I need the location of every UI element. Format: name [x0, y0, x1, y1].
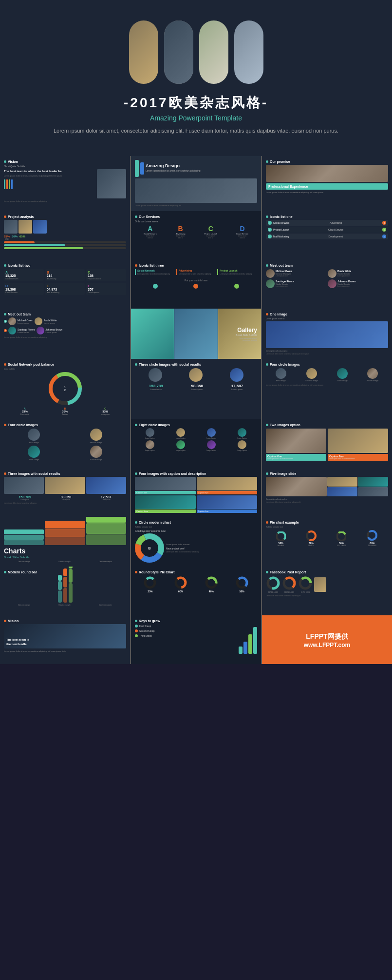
dot23: [135, 571, 137, 573]
slide-social: Social Network post balance Quite subtit…: [0, 359, 130, 419]
fc2-img1: [28, 429, 40, 441]
oneimage-title: One image: [266, 313, 388, 316]
fb-svg3: [298, 576, 313, 590]
ti-col1: Caption One Lorem ipsum dolor sit amet c…: [266, 429, 326, 461]
row-8: Charts Break Slide Subtitle Data one exa…: [0, 517, 392, 567]
lfppt-content: LFPPT网提供 www.LFPPT.com: [304, 631, 351, 648]
it2-b: B 214 Advertising: [45, 269, 85, 281]
ec-6: Image Caption: [166, 440, 195, 451]
dot24: [266, 571, 268, 573]
dot8: [266, 264, 268, 267]
piechart-sub: Subtitle sample text: [266, 526, 388, 528]
dot13: [266, 363, 268, 366]
vision-micro: Lorem ipsum dolor sit amet, consectetur …: [4, 175, 95, 177]
mission-img: The best team isthe best leadle: [4, 624, 126, 648]
promise-title: Our promise: [266, 160, 388, 163]
it2-e: E 54,873 Mail Marketing: [45, 283, 85, 295]
dot7: [135, 264, 137, 267]
kg-bar4: [253, 627, 257, 654]
hero-bars: [129, 20, 263, 84]
dot20: [135, 521, 137, 524]
rb-group3: [69, 567, 73, 603]
social-title: Social Network post balance: [4, 363, 126, 366]
social-center: 1 2: [64, 386, 66, 392]
slide-project: Project analysis 25% STE 50% 65%: [0, 211, 130, 260]
chart-b7: [86, 517, 126, 523]
ti3-stat1: 153,789 Lorem ipsum: [19, 495, 31, 501]
chart-b2: [4, 535, 44, 540]
ec-img8: [238, 440, 246, 449]
slide-fiveimages: Five image slide Description about galle…: [262, 468, 392, 517]
rp-4: 50%: [235, 576, 249, 593]
amazing-bar-teal: [135, 160, 139, 177]
ti3-footer: Lorem ipsum dolor sit amet consectetur a…: [4, 502, 126, 504]
vision-img: [97, 169, 126, 198]
fc2-1: First Image: [4, 429, 64, 444]
threeimages-title: Three images with social results: [4, 472, 126, 475]
fc-img4: [367, 368, 378, 379]
iconic1-title: Iconic list one: [266, 215, 388, 218]
iconic3-title: Iconic list three: [135, 264, 257, 267]
il1-row1: 1 Social Network Advertising 4: [266, 220, 388, 226]
vision-footer: Lorem ipsum dolor sit amet consectetur a…: [4, 200, 126, 203]
mt-av3: [8, 327, 16, 334]
fi-cap2: Caption two: [197, 491, 258, 494]
rb-b6: [63, 588, 67, 603]
chart-b3: [4, 540, 44, 545]
hero-title-cn: -2017欧美杂志风格-: [124, 94, 268, 112]
eightcircle-title: Eight circle images: [135, 423, 257, 427]
tc-stat1: 153,789 Lorem ipsum: [149, 384, 163, 391]
ec-5: Image Caption: [135, 440, 165, 451]
rp-svg4: [235, 576, 249, 589]
lfppt-line2: www.LFPPT.com: [304, 642, 351, 648]
ti-caption2: Caption Two Lorem ipsum dolor sit amet c…: [328, 454, 388, 461]
fi-img4: [197, 495, 258, 509]
row-4: Meet out team A Michael Owen Lorem ipsum…: [0, 309, 392, 359]
key-3: Third Steep: [135, 634, 237, 637]
dot26: [135, 620, 137, 622]
hero-bar-2: [164, 20, 193, 84]
threecircle-title: Three circle images with social results: [135, 363, 257, 366]
fi5-caption: Description about gallery: [266, 498, 388, 500]
pie-jan: 50% JANUARY: [276, 531, 286, 547]
svc-a: A Social Network Lorem ipsumdolor sit: [144, 225, 157, 239]
ti3-img2: [45, 477, 85, 494]
ti3-stat3: 17,587 Lorem ipsum: [101, 495, 111, 501]
rb-b8: [69, 569, 73, 583]
ec-4: Image Caption: [227, 428, 257, 439]
slide-charts: Charts Break Slide Subtitle Data one exa…: [0, 517, 130, 567]
bar-blue: [11, 179, 13, 189]
fourcircle2-title: Four circle images: [4, 423, 126, 427]
svc-c: C Project Launch Lorem ipsumdolor sit: [204, 225, 217, 239]
slide-gallery: Gallery Break Slide Subtitle Lorem ipsum…: [131, 309, 261, 359]
avatar2: [328, 269, 336, 278]
chart-lbl3: Data three example: [99, 561, 112, 563]
fi-img1: [135, 477, 196, 490]
fb-svg1: [266, 576, 280, 590]
slide-iconic2: Iconic list two A 15,325 Social Network …: [0, 260, 130, 309]
ec-7: Image Caption: [197, 440, 226, 451]
ec-img7: [207, 440, 216, 449]
fb-donut1: 187,981 LIKES: [266, 576, 280, 593]
bar-orange: [6, 179, 8, 189]
iconic2-title: Iconic list two: [4, 264, 126, 267]
slide-iconic3: Iconic list three Social Network Lorem i…: [131, 260, 261, 309]
oneimage-text: Lorem ipsum dolor sit amet consectetur a…: [266, 353, 388, 355]
prog1-fill: [4, 241, 35, 243]
slide-amazing: Amazing Design Lorem ipsum dolor sit ame…: [131, 156, 261, 211]
slide-circlemodern: Circle modern chart Subtitle sample text…: [131, 517, 261, 567]
slide-mission: Mision The best team isthe best leadle L…: [0, 615, 130, 664]
fb-donut3: 93,728 LIKES: [298, 576, 313, 593]
meet2-title: Meet out team: [4, 313, 126, 316]
it2-c: C 158 Project Launch: [86, 269, 126, 281]
proj-img3: [33, 220, 47, 234]
circlemodern-desc: Good bye old, welcome new: [135, 529, 257, 532]
dot14: [4, 424, 6, 426]
kg-bar3: [248, 634, 252, 654]
svc-b: B Advertising Lorem ipsumdolor sit: [176, 225, 186, 239]
vision-body: The best team is where the best leader b…: [4, 169, 95, 173]
mt-a: A Michael Owen Lorem ipsum Paula White L…: [4, 317, 126, 325]
slide-twoimages: Two images option Caption One Lorem ipsu…: [262, 419, 392, 468]
fc2-img2: [90, 429, 102, 441]
rp-svg1: [143, 576, 157, 589]
